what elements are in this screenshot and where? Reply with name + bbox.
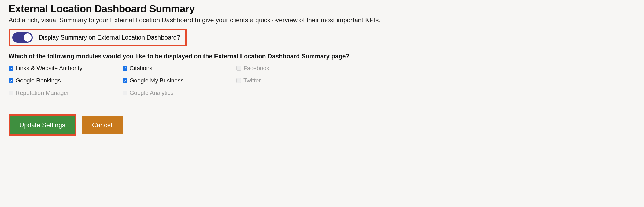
module-facebook: Facebook — [236, 65, 350, 72]
update-settings-button[interactable]: Update Settings — [10, 116, 75, 134]
module-citations: Citations — [123, 65, 236, 72]
module-label: Facebook — [243, 65, 269, 72]
actions-row: Update Settings Cancel — [9, 114, 635, 136]
module-label: Google Rankings — [16, 77, 61, 84]
toggle-knob — [24, 33, 32, 42]
module-label: Citations — [129, 65, 153, 72]
module-label: Google My Business — [129, 77, 184, 84]
module-links-authority: Links & Website Authority — [9, 65, 123, 72]
checkbox-links-authority[interactable] — [9, 66, 13, 71]
divider — [9, 107, 350, 107]
check-icon — [9, 79, 13, 82]
check-icon — [9, 67, 13, 70]
check-icon — [123, 79, 127, 82]
module-twitter: Twitter — [236, 77, 350, 84]
checkbox-reputation — [9, 91, 13, 95]
checkbox-google-rankings[interactable] — [9, 78, 13, 83]
module-google-rankings: Google Rankings — [9, 77, 123, 84]
module-ga: Google Analytics — [123, 89, 236, 96]
display-summary-toggle[interactable] — [12, 32, 33, 43]
modules-grid: Links & Website Authority Citations Face… — [9, 65, 350, 96]
page-subtitle: Add a rich, visual Summary to your Exter… — [9, 16, 635, 24]
module-label: Google Analytics — [129, 89, 173, 96]
display-summary-toggle-highlight: Display Summary on External Location Das… — [9, 29, 187, 46]
module-reputation: Reputation Manager — [9, 89, 123, 96]
module-label: Links & Website Authority — [16, 65, 82, 72]
cancel-button[interactable]: Cancel — [82, 116, 123, 134]
update-settings-highlight: Update Settings — [9, 114, 76, 136]
module-label: Twitter — [243, 77, 261, 84]
module-gmb: Google My Business — [123, 77, 236, 84]
check-icon — [123, 67, 127, 70]
modules-question: Which of the following modules would you… — [9, 53, 635, 60]
module-label: Reputation Manager — [16, 89, 69, 96]
checkbox-facebook — [236, 66, 241, 71]
checkbox-citations[interactable] — [123, 66, 127, 71]
checkbox-twitter — [236, 78, 241, 83]
page-title: External Location Dashboard Summary — [9, 3, 635, 15]
checkbox-gmb[interactable] — [123, 78, 127, 83]
checkbox-ga — [123, 91, 127, 95]
display-summary-toggle-label: Display Summary on External Location Das… — [39, 34, 180, 41]
